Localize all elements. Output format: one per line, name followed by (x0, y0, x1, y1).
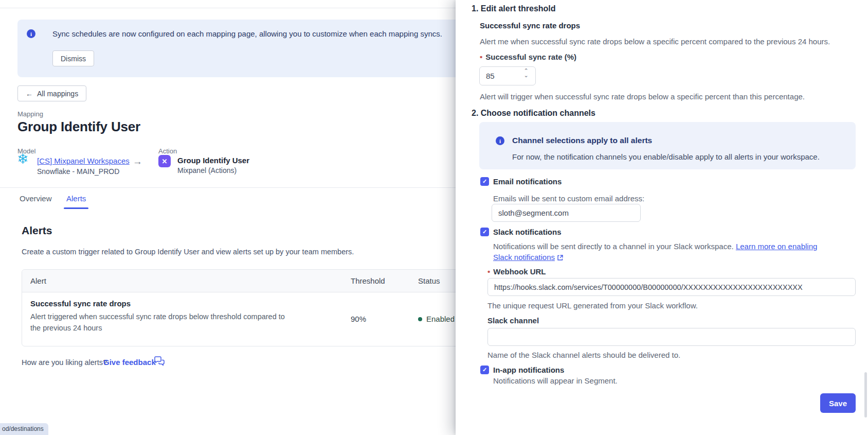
email-helper: Emails will be sent to custom email addr… (493, 194, 644, 203)
slack-notifications-checkbox[interactable]: ✓ (480, 228, 489, 236)
edit-alert-drawer: 1. Edit alert threshold Successful sync … (456, 0, 868, 435)
back-arrow-icon: ← (26, 90, 33, 98)
webhook-url-input[interactable] (487, 278, 856, 296)
alert-row-threshold: 90% (351, 315, 366, 323)
email-address-input[interactable] (492, 204, 641, 222)
inapp-notifications-label: In-app notifications (493, 366, 564, 374)
info-icon: i (27, 29, 35, 38)
flow-arrow-icon: → (133, 156, 142, 167)
slack-notifications-label: Slack notifications (493, 228, 562, 236)
model-source-link[interactable]: [CS] Mixpanel Workspaces (37, 156, 130, 165)
tab-overview[interactable]: Overview (20, 194, 52, 203)
snowflake-icon: ❄ (17, 152, 29, 166)
step1-heading: 1. Edit alert threshold (472, 4, 556, 13)
alert-row-status: Enabled (418, 315, 455, 323)
channel-callout: i Channel selections apply to all alerts… (479, 122, 856, 169)
action-label: Action (158, 147, 177, 155)
action-destination: Mixpanel (Actions) (177, 166, 237, 175)
alert-row-description: Alert triggered when successful sync rat… (30, 311, 290, 334)
external-link-icon (557, 253, 564, 264)
mapping-eyebrow-label: Mapping (17, 110, 43, 118)
dismiss-button[interactable]: Dismiss (52, 50, 94, 66)
status-badge: Enabled (426, 315, 455, 323)
webhook-url-label: Webhook URL (487, 267, 546, 276)
status-bar-url-chip: od/destinations (0, 423, 48, 435)
callout-body: For now, the notification channels you e… (512, 152, 820, 161)
number-stepper[interactable]: ⌃ ⌄ (520, 68, 532, 78)
email-notifications-checkbox[interactable]: ✓ (480, 177, 489, 186)
column-header-alert: Alert (30, 276, 46, 285)
callout-title: Channel selections apply to all alerts (512, 136, 652, 145)
sync-rate-label: Successful sync rate (%) (480, 53, 576, 61)
back-button-label: All mappings (37, 90, 78, 98)
status-enabled-dot-icon (418, 317, 422, 321)
step2-heading: 2. Choose notification channels (472, 109, 595, 118)
webhook-helper: The unique request URL generated from yo… (487, 301, 698, 310)
chat-bubbles-icon (154, 356, 165, 369)
alerts-section-description: Create a custom trigger related to Group… (22, 248, 354, 256)
model-source-name: Snowflake - MAIN_PROD (37, 167, 119, 176)
column-header-threshold: Threshold (351, 276, 385, 285)
drawer-scrollbar[interactable] (864, 372, 867, 417)
column-header-status: Status (418, 276, 440, 285)
slack-channel-helper: Name of the Slack channel alerts should … (487, 351, 680, 359)
mixpanel-icon: ✕ (158, 155, 171, 167)
action-name: Group Identify User (177, 156, 249, 165)
email-notifications-label: Email notifications (493, 177, 562, 186)
alert-type-description: Alert me when successful sync rate drops… (480, 37, 830, 46)
sync-rate-helper: Alert will trigger when successful sync … (480, 92, 805, 101)
info-icon: i (496, 136, 504, 145)
slack-helper-text: Notifications will be sent directly to a… (493, 242, 734, 251)
alert-row-title: Successful sync rate drops (30, 299, 131, 308)
app-stage: i Sync schedules are now configured on e… (0, 0, 868, 435)
give-feedback-link[interactable]: Give feedback (103, 358, 156, 367)
tab-alerts[interactable]: Alerts (66, 194, 86, 203)
slack-channel-input[interactable] (487, 328, 856, 346)
save-button[interactable]: Save (820, 393, 856, 413)
page-title: Group Identify User (17, 119, 140, 135)
feedback-question: How are you liking alerts? (22, 358, 107, 367)
inapp-helper: Notifications will appear in Segment. (493, 376, 618, 385)
active-tab-underline (64, 207, 88, 209)
all-mappings-back-button[interactable]: ← All mappings (17, 85, 86, 101)
alerts-section-title: Alerts (22, 224, 52, 237)
slack-channel-label: Slack channel (487, 316, 539, 325)
inapp-notifications-checkbox[interactable]: ✓ (480, 366, 489, 374)
stepper-down-icon[interactable]: ⌄ (523, 73, 528, 78)
alert-type-name: Successful sync rate drops (480, 21, 580, 30)
slack-helper: Notifications will be sent directly to a… (493, 241, 837, 264)
banner-text: Sync schedules are now configured on eac… (52, 29, 442, 38)
